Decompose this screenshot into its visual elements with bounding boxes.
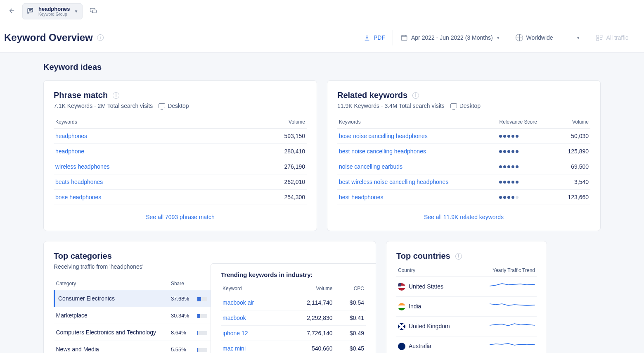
info-icon[interactable]: i bbox=[97, 34, 104, 41]
keyword-link[interactable]: iphone 12 bbox=[223, 330, 248, 336]
keyword-link[interactable]: best wireless noise cancelling headphone… bbox=[339, 179, 448, 185]
sparkline bbox=[490, 282, 535, 290]
trending-table: Keyword Volume CPC macbook air2,114,740$… bbox=[221, 282, 366, 353]
sparkline bbox=[490, 302, 535, 310]
see-all-related[interactable]: See all 11.9K related keywords bbox=[424, 214, 504, 220]
country-row: United States bbox=[396, 277, 537, 297]
traffic-filter[interactable]: All traffic bbox=[588, 30, 636, 45]
volume-cell: 276,190 bbox=[232, 159, 307, 174]
table-row: noise cancelling earbuds69,500 bbox=[337, 159, 590, 174]
svg-rect-1 bbox=[93, 10, 97, 13]
keyword-link[interactable]: macbook air bbox=[223, 299, 254, 306]
volume-cell: 2,114,740 bbox=[283, 295, 334, 310]
category-name: Consumer Electronics bbox=[54, 290, 169, 307]
countries-table: Country Yearly Traffic Trend United Stat… bbox=[396, 264, 537, 353]
table-row: best wireless noise cancelling headphone… bbox=[337, 174, 590, 190]
keyword-link[interactable]: best headphones bbox=[339, 194, 383, 200]
relevance-cell bbox=[497, 144, 556, 159]
col-volume: Volume bbox=[283, 282, 334, 295]
table-row: macbook2,292,830$0.41 bbox=[221, 310, 366, 326]
keyword-link[interactable]: mac mini bbox=[223, 345, 246, 352]
device-filter[interactable]: Desktop bbox=[159, 103, 189, 109]
chat-icon[interactable] bbox=[88, 5, 99, 18]
categories-table: Category Share Consumer Electronics37.68… bbox=[54, 277, 211, 353]
col-keywords: Keywords bbox=[337, 116, 497, 129]
volume-cell: 593,150 bbox=[232, 129, 307, 144]
date-range-selector[interactable]: Apr 2022 - Jun 2022 (3 Months) ▼ bbox=[393, 30, 508, 45]
col-volume: Volume bbox=[232, 116, 307, 129]
volume-cell: 2,292,830 bbox=[283, 310, 334, 326]
back-button[interactable] bbox=[7, 5, 17, 18]
page-title: Keyword Overview i bbox=[4, 32, 104, 43]
export-pdf-button[interactable]: PDF bbox=[356, 30, 393, 45]
keyword-link[interactable]: beats headphones bbox=[55, 179, 103, 185]
keyword-link[interactable]: headphone bbox=[55, 148, 84, 155]
keyword-link[interactable]: macbook bbox=[223, 315, 246, 321]
cpc-cell: $0.41 bbox=[334, 310, 366, 326]
top-categories-card: Top categories Receiving traffic from 'h… bbox=[43, 241, 376, 353]
volume-cell: 3,540 bbox=[556, 174, 590, 190]
category-row[interactable]: Computers Electronics and Technology8.64… bbox=[54, 324, 211, 341]
card-subtitle: Receiving traffic from 'headphones' bbox=[54, 263, 211, 270]
card-title: Related keywords bbox=[337, 91, 407, 100]
keyword-link[interactable]: bose noise cancelling headphones bbox=[339, 133, 428, 139]
table-row: iphone 127,726,140$0.49 bbox=[221, 326, 366, 341]
relevance-cell bbox=[497, 159, 556, 174]
keyword-link[interactable]: headphones bbox=[55, 133, 87, 139]
share-cell: 30.34% bbox=[169, 307, 193, 324]
relevance-cell bbox=[497, 174, 556, 190]
flag-icon bbox=[398, 283, 405, 291]
country-row: India bbox=[396, 297, 537, 317]
flag-icon bbox=[398, 343, 405, 350]
share-cell: 37.68% bbox=[169, 290, 193, 307]
table-row: headphones593,150 bbox=[54, 129, 307, 144]
col-keywords: Keywords bbox=[54, 116, 232, 129]
table-row: best noise cancelling headphones125,890 bbox=[337, 144, 590, 159]
region-selector[interactable]: Worldwide ▼ bbox=[508, 30, 588, 45]
card-subtitle: 7.1K Keywords - 2M Total search visits bbox=[54, 103, 153, 109]
keyword-chip-title: headphones bbox=[38, 6, 70, 12]
volume-cell: 125,890 bbox=[556, 144, 590, 159]
keyword-link[interactable]: wireless headphones bbox=[55, 163, 110, 170]
volume-cell: 254,300 bbox=[232, 190, 307, 205]
keyword-link[interactable]: noise cancelling earbuds bbox=[339, 163, 402, 170]
volume-cell: 123,660 bbox=[556, 190, 590, 205]
table-row: beats headphones262,010 bbox=[54, 174, 307, 190]
keyword-group-chip[interactable]: headphones Keyword Group ▼ bbox=[22, 3, 83, 19]
country-cell: Australia bbox=[396, 336, 471, 353]
category-row[interactable]: News and Media5.55% bbox=[54, 341, 211, 353]
info-icon[interactable]: i bbox=[455, 253, 462, 260]
share-cell: 8.64% bbox=[169, 324, 193, 341]
keyword-link[interactable]: bose headphones bbox=[55, 194, 101, 200]
col-trend: Yearly Traffic Trend bbox=[471, 264, 537, 277]
table-row: mac mini540,660$0.45 bbox=[221, 341, 366, 353]
col-cpc: CPC bbox=[334, 282, 366, 295]
volume-cell: 50,030 bbox=[556, 129, 590, 144]
category-row[interactable]: Consumer Electronics37.68% bbox=[54, 290, 211, 307]
keyword-link[interactable]: best noise cancelling headphones bbox=[339, 148, 426, 155]
svg-rect-3 bbox=[597, 35, 599, 37]
related-keywords-table: Keywords Relevance Score Volume bose noi… bbox=[337, 116, 590, 205]
category-row[interactable]: Marketplace30.34% bbox=[54, 307, 211, 324]
table-row: best headphones123,660 bbox=[337, 190, 590, 205]
col-country: Country bbox=[396, 264, 471, 277]
info-icon[interactable]: i bbox=[412, 92, 419, 99]
country-row: Australia bbox=[396, 336, 537, 353]
table-row: bose noise cancelling headphones50,030 bbox=[337, 129, 590, 144]
volume-cell: 280,410 bbox=[232, 144, 307, 159]
keyword-chip-sub: Keyword Group bbox=[38, 12, 70, 17]
phrase-match-card: Phrase match i 7.1K Keywords - 2M Total … bbox=[43, 80, 317, 231]
relevance-cell bbox=[497, 129, 556, 144]
info-icon[interactable]: i bbox=[113, 92, 119, 99]
country-cell: United Kingdom bbox=[396, 317, 471, 336]
table-row: macbook air2,114,740$0.54 bbox=[221, 295, 366, 310]
keyword-icon bbox=[27, 7, 34, 16]
chevron-down-icon: ▼ bbox=[74, 9, 78, 14]
chevron-down-icon: ▼ bbox=[576, 36, 580, 40]
flag-icon bbox=[398, 323, 405, 330]
volume-cell: 540,660 bbox=[283, 341, 334, 353]
device-filter[interactable]: Desktop bbox=[450, 103, 481, 109]
see-all-phrase-match[interactable]: See all 7093 phrase match bbox=[146, 214, 215, 220]
table-row: wireless headphones276,190 bbox=[54, 159, 307, 174]
table-row: headphone280,410 bbox=[54, 144, 307, 159]
